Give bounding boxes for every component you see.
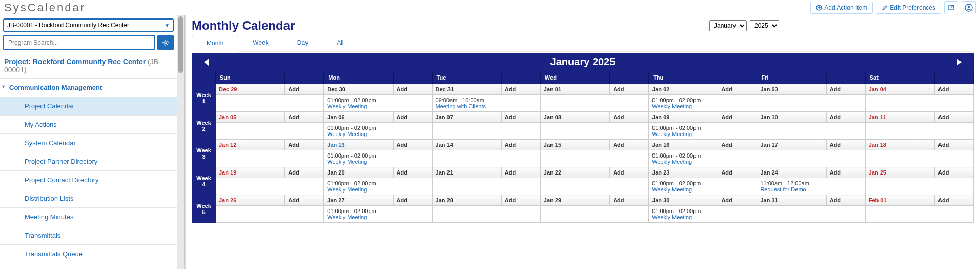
day-cell[interactable]: Jan 16 [649,140,718,150]
sidebar-item-communications[interactable]: Communications [0,263,177,269]
sidebar-item-transmittals[interactable]: Transmittals [0,226,177,245]
sidebar-item-system-calendar[interactable]: System Calendar [0,134,177,152]
add-event-button[interactable]: Add [285,84,324,95]
search-settings-button[interactable] [157,35,174,50]
tab-month[interactable]: Month [192,35,238,52]
add-event-button[interactable]: Add [501,195,540,206]
sidebar-item-transmittals-queue[interactable]: Transmittals Queue [0,245,177,263]
add-event-button[interactable]: Add [718,112,757,123]
sidebar-scroll-thumb[interactable] [178,16,183,73]
day-cell[interactable]: Jan 06 [324,112,393,123]
add-event-button[interactable]: Add [718,140,757,150]
event-link[interactable]: Weekly Meeting [652,214,753,220]
day-cell[interactable]: Jan 18 [865,140,934,150]
day-cell[interactable]: Jan 10 [757,112,826,123]
month-select[interactable]: January [709,20,747,31]
sidebar-item-my-actions[interactable]: My Actions [0,116,177,134]
day-cell[interactable]: Jan 22 [540,167,609,178]
day-cell[interactable]: Jan 12 [216,140,285,150]
sidebar-item-distribution-lists[interactable]: Distribution Lists [0,189,177,208]
add-event-button[interactable]: Add [610,167,649,178]
day-cell[interactable]: Jan 25 [865,167,934,178]
tab-day[interactable]: Day [283,35,322,51]
event-link[interactable]: Meeting with Clients [436,103,537,109]
add-event-button[interactable]: Add [285,195,324,206]
event-link[interactable]: Weekly Meeting [327,214,428,220]
sidebar-scrollbar[interactable] [177,15,184,269]
add-event-button[interactable]: Add [718,195,757,206]
day-cell[interactable]: Jan 05 [216,112,285,123]
add-action-item-button[interactable]: Add Action Item [810,2,873,14]
add-event-button[interactable]: Add [285,112,324,123]
add-event-button[interactable]: Add [393,112,432,123]
day-cell[interactable]: Jan 14 [432,140,501,150]
add-event-button[interactable]: Add [935,112,974,123]
prev-month-button[interactable] [201,56,212,68]
event-link[interactable]: Weekly Meeting [652,186,753,193]
day-cell[interactable]: Jan 09 [649,112,718,123]
add-event-button[interactable]: Add [610,195,649,206]
add-event-button[interactable]: Add [393,167,432,178]
day-cell[interactable]: Jan 29 [540,195,609,206]
add-event-button[interactable]: Add [826,195,865,206]
tab-week[interactable]: Week [238,35,282,51]
day-cell[interactable]: Feb 01 [865,195,934,206]
tab-all[interactable]: All [322,35,358,51]
day-cell[interactable]: Jan 24 [757,167,826,178]
day-cell[interactable]: Jan 04 [865,84,934,95]
day-cell[interactable]: Jan 17 [757,140,826,150]
day-cell[interactable]: Dec 31 [432,84,501,95]
add-event-button[interactable]: Add [826,167,865,178]
day-cell[interactable]: Jan 15 [540,140,609,150]
day-cell[interactable]: Jan 30 [649,195,718,206]
day-cell[interactable]: Jan 26 [216,195,285,206]
day-cell[interactable]: Jan 21 [432,167,501,178]
day-cell[interactable]: Jan 19 [216,167,285,178]
event-link[interactable]: Weekly Meeting [327,159,428,165]
add-event-button[interactable]: Add [826,140,865,150]
day-cell[interactable]: Jan 23 [649,167,718,178]
add-event-button[interactable]: Add [285,167,324,178]
day-cell[interactable]: Jan 31 [757,195,826,206]
add-event-button[interactable]: Add [935,167,974,178]
next-month-button[interactable] [953,56,965,68]
event-link[interactable]: Weekly Meeting [327,186,428,193]
event-link[interactable]: Weekly Meeting [327,131,428,137]
add-event-button[interactable]: Add [610,84,649,95]
event-link[interactable]: Weekly Meeting [327,103,428,109]
event-link[interactable]: Weekly Meeting [652,103,753,109]
user-button[interactable] [962,1,976,14]
add-event-button[interactable]: Add [935,195,974,206]
add-event-button[interactable]: Add [501,167,540,178]
day-cell[interactable]: Jan 27 [324,195,393,206]
sidebar-item-project-contact-directory[interactable]: Project Contact Directory [0,171,177,189]
add-event-button[interactable]: Add [285,140,324,150]
day-cell[interactable]: Dec 30 [324,84,393,95]
day-cell[interactable]: Jan 03 [757,84,826,95]
add-event-button[interactable]: Add [718,84,757,95]
add-event-button[interactable]: Add [826,84,865,95]
year-select[interactable]: 2025 [750,20,779,31]
event-link[interactable]: Request for Demo [760,186,862,193]
external-link-button[interactable] [944,1,958,14]
add-event-button[interactable]: Add [610,112,649,123]
day-cell[interactable]: Jan 01 [540,84,609,95]
add-event-button[interactable]: Add [935,84,974,95]
day-cell[interactable]: Jan 08 [540,112,609,123]
add-event-button[interactable]: Add [393,195,432,206]
event-link[interactable]: Weekly Meeting [652,159,753,165]
add-event-button[interactable]: Add [826,112,865,123]
add-event-button[interactable]: Add [718,167,757,178]
edit-preferences-button[interactable]: Edit Preferences [876,2,941,14]
section-header-comm-mgmt[interactable]: Communication Management [0,79,177,97]
sidebar-item-project-calendar[interactable]: Project Calendar [0,97,177,116]
project-select[interactable]: JB-00001 - Rockford Community Rec Center… [3,18,174,32]
add-event-button[interactable]: Add [393,84,432,95]
program-search-input[interactable] [3,35,155,50]
day-cell[interactable]: Jan 07 [432,112,501,123]
day-cell[interactable]: Dec 29 [216,84,285,95]
event-link[interactable]: Weekly Meeting [652,131,753,137]
add-event-button[interactable]: Add [501,84,540,95]
sidebar-item-meeting-minutes[interactable]: Meeting Minutes [0,208,177,226]
day-cell[interactable]: Jan 13 [324,140,393,150]
